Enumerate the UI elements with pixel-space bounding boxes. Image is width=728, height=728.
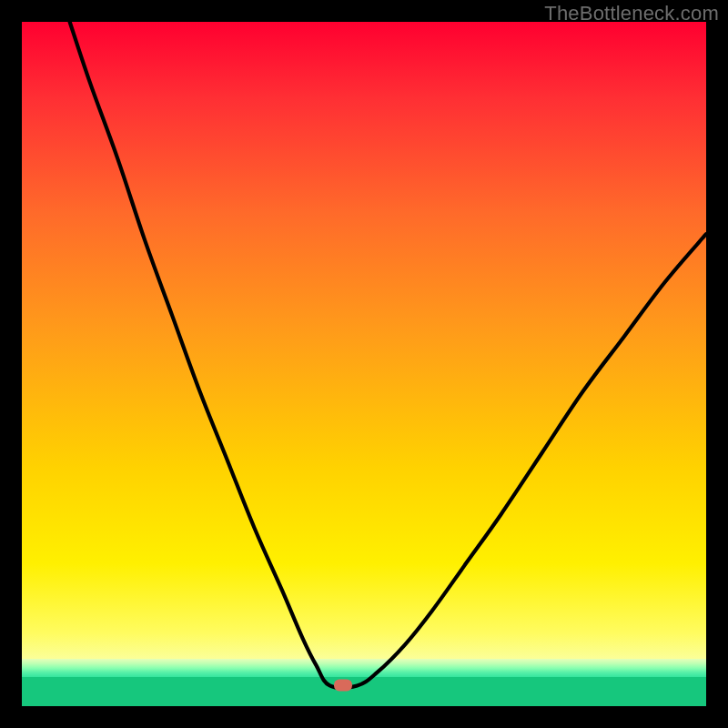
optimum-marker	[334, 680, 352, 692]
chart-frame: TheBottleneck.com	[0, 0, 728, 728]
plot-area	[22, 22, 706, 706]
bottleneck-curve	[22, 22, 706, 706]
